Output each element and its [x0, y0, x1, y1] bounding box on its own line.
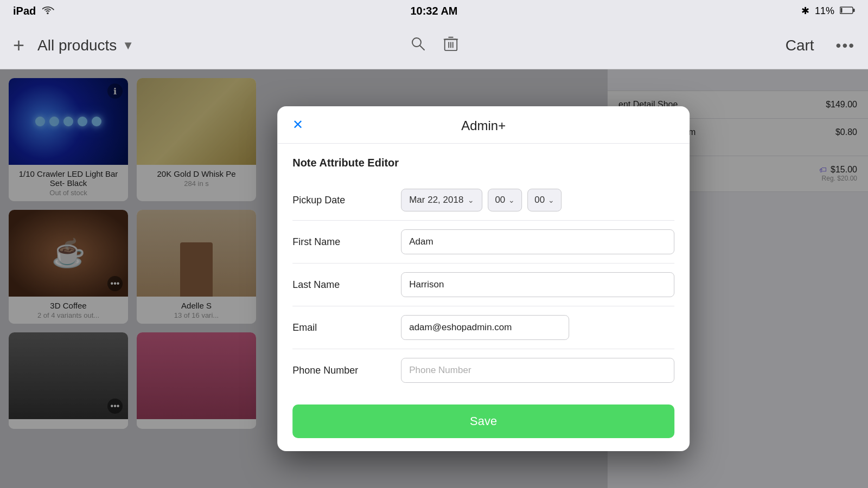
chevron-down-icon: ⌄ — [548, 196, 554, 204]
device-label: iPad — [13, 5, 36, 17]
delete-icon[interactable] — [443, 35, 458, 55]
minute-value: 00 — [534, 195, 545, 206]
email-row: Email — [292, 306, 674, 349]
svg-rect-2 — [841, 8, 843, 12]
first-name-label: First Name — [292, 236, 390, 248]
main-content: ℹ 1/10 Crawler LED Light Bar Set- Black … — [0, 69, 868, 488]
status-right: ✱ 11% — [801, 5, 855, 17]
wifi-icon — [42, 5, 54, 17]
pickup-date-row: Pickup Date Mar 22, 2018 ⌄ 00 ⌄ 00 ⌄ — [292, 180, 674, 221]
bluetooth-icon: ✱ — [801, 5, 809, 17]
more-options-icon[interactable]: ••• — [836, 37, 855, 54]
svg-rect-1 — [853, 9, 855, 12]
first-name-input[interactable] — [401, 229, 674, 254]
chevron-down-icon: ⌄ — [508, 196, 515, 204]
nav-bar: + All products ▼ Cart ••• — [0, 22, 868, 69]
chevron-down-icon: ⌄ — [468, 196, 474, 204]
phone-row: Phone Number — [292, 349, 674, 391]
phone-label: Phone Number — [292, 365, 390, 376]
battery-label: 11% — [815, 5, 834, 17]
pickup-date-fields: Mar 22, 2018 ⌄ 00 ⌄ 00 ⌄ — [401, 189, 674, 211]
nav-title-container[interactable]: All products ▼ — [37, 37, 134, 54]
add-button[interactable]: + — [13, 36, 24, 55]
phone-fields — [401, 358, 674, 383]
hour-picker[interactable]: 00 ⌄ — [488, 189, 522, 211]
svg-line-4 — [420, 46, 424, 50]
last-name-fields — [401, 272, 674, 297]
status-left: iPad — [13, 5, 54, 17]
modal-body: Note Attribute Editor Pickup Date Mar 22… — [277, 144, 690, 451]
nav-center-icons — [410, 35, 458, 55]
phone-input[interactable] — [401, 358, 674, 383]
date-value: Mar 22, 2018 — [409, 195, 463, 206]
nav-right: Cart ••• — [786, 37, 855, 54]
section-title: Note Attribute Editor — [292, 157, 674, 169]
search-icon[interactable] — [410, 35, 426, 55]
modal-header: ✕ Admin+ — [277, 106, 690, 144]
last-name-label: Last Name — [292, 279, 390, 291]
pickup-date-label: Pickup Date — [292, 195, 390, 206]
last-name-input[interactable] — [401, 272, 674, 297]
chevron-down-icon: ▼ — [122, 38, 134, 53]
first-name-row: First Name — [292, 221, 674, 264]
first-name-fields — [401, 229, 674, 254]
nav-left: + All products ▼ — [13, 36, 134, 55]
modal-title: Admin+ — [461, 118, 506, 133]
status-bar: iPad 10:32 AM ✱ 11% — [0, 0, 868, 22]
cart-title: Cart — [786, 37, 814, 54]
battery-icon — [840, 5, 855, 17]
minute-picker[interactable]: 00 ⌄ — [527, 189, 561, 211]
email-input[interactable] — [401, 315, 569, 340]
hour-value: 00 — [495, 195, 505, 206]
save-button[interactable]: Save — [292, 404, 674, 438]
all-products-label: All products — [37, 37, 117, 54]
close-button[interactable]: ✕ — [288, 115, 308, 134]
email-label: Email — [292, 322, 390, 333]
admin-modal: ✕ Admin+ Note Attribute Editor Pickup Da… — [277, 106, 690, 451]
date-picker[interactable]: Mar 22, 2018 ⌄ — [401, 189, 482, 211]
status-time: 10:32 AM — [410, 5, 457, 17]
last-name-row: Last Name — [292, 264, 674, 306]
email-fields — [401, 315, 674, 340]
